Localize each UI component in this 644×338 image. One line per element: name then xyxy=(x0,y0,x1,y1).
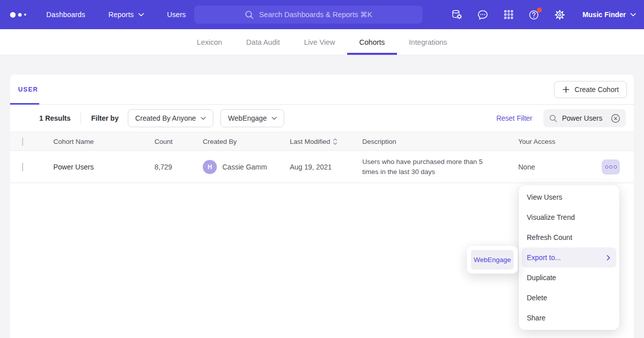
select-all-checkbox[interactable] xyxy=(22,137,23,146)
created-by-name: Cassie Gamm xyxy=(222,163,267,171)
chevron-down-icon xyxy=(201,117,206,120)
help-icon[interactable] xyxy=(528,9,540,21)
tab-data-audit-label: Data Audit xyxy=(246,38,280,46)
tab-lexicon-label: Lexicon xyxy=(197,38,222,46)
menu-item-refresh-count[interactable]: Refresh Count xyxy=(519,227,619,247)
clear-search-icon[interactable] xyxy=(611,114,620,123)
cohort-search-input[interactable] xyxy=(562,114,606,122)
divider xyxy=(80,113,81,124)
reset-filter-link[interactable]: Reset Filter xyxy=(496,114,532,122)
source-filter-dropdown[interactable]: WebEngage xyxy=(220,109,284,127)
created-by-filter-dropdown[interactable]: Created By Anyone xyxy=(128,109,214,127)
submenu-item-webengage[interactable]: WebEngage xyxy=(471,250,514,270)
cohort-name-cell[interactable]: Power Users xyxy=(53,163,154,171)
tab-live-view-label: Live View xyxy=(304,38,335,46)
column-description: Description xyxy=(362,138,518,145)
settings-gear-icon[interactable] xyxy=(554,9,566,21)
menu-item-view-users[interactable]: View Users xyxy=(519,187,619,207)
menu-item-visualize-trend[interactable]: Visualize Trend xyxy=(519,207,619,227)
menu-item-delete[interactable]: Delete xyxy=(519,288,619,308)
apps-grid-icon[interactable] xyxy=(503,9,515,21)
created-by-filter-value: Created By Anyone xyxy=(135,114,196,122)
global-search-placeholder: Search Dashboards & Reports ⌘K xyxy=(259,11,372,19)
cohort-table-header: Cohort Name Count Created By Last Modifi… xyxy=(10,132,634,151)
data-management-icon[interactable] xyxy=(451,9,463,21)
tab-integrations[interactable]: Integrations xyxy=(397,29,459,55)
search-icon xyxy=(549,114,557,123)
chevron-down-icon xyxy=(138,13,144,17)
nav-dashboards[interactable]: Dashboards xyxy=(46,11,86,19)
top-navigation-bar: Dashboards Reports Users Search Dashboar… xyxy=(0,0,644,29)
filter-by-label: Filter by xyxy=(91,114,118,122)
tab-integrations-label: Integrations xyxy=(409,38,447,46)
mixpanel-logo-icon[interactable] xyxy=(10,12,26,18)
column-count: Count xyxy=(154,138,203,145)
cohort-search-box xyxy=(543,109,626,127)
menu-item-duplicate[interactable]: Duplicate xyxy=(519,268,619,288)
column-your-access: Your Access xyxy=(518,138,574,145)
last-modified-cell: Aug 19, 2021 xyxy=(290,163,362,171)
cohort-table-row[interactable]: Power Users 8,729 H Cassie Gamm Aug 19, … xyxy=(10,151,634,183)
search-icon xyxy=(245,10,254,20)
project-name-label: Music Finder xyxy=(583,11,626,19)
row-actions-button[interactable] xyxy=(602,159,620,175)
chevron-down-icon xyxy=(272,117,277,120)
tab-user-cohorts[interactable]: USER xyxy=(10,74,46,104)
cohort-type-tabs: USER Create Cohort xyxy=(10,74,634,105)
your-access-cell: None xyxy=(518,163,574,171)
tab-live-view[interactable]: Live View xyxy=(292,29,347,55)
menu-item-export-to[interactable]: Export to... xyxy=(522,247,616,268)
plus-icon xyxy=(562,86,570,94)
nav-users[interactable]: Users xyxy=(167,11,186,19)
tab-lexicon[interactable]: Lexicon xyxy=(185,29,234,55)
nav-reports-label: Reports xyxy=(109,11,134,19)
nav-reports[interactable]: Reports xyxy=(109,11,144,19)
results-count: 1 Results xyxy=(39,114,70,122)
created-by-cell: H Cassie Gamm xyxy=(203,160,290,174)
primary-nav: Dashboards Reports Users xyxy=(46,11,186,19)
tab-cohorts[interactable]: Cohorts xyxy=(347,29,397,55)
filter-toolbar: 1 Results Filter by Created By Anyone We… xyxy=(10,105,634,132)
global-search-bar[interactable]: Search Dashboards & Reports ⌘K xyxy=(194,6,423,24)
project-selector[interactable]: Music Finder xyxy=(583,11,636,19)
create-cohort-label: Create Cohort xyxy=(575,86,619,94)
nav-dashboards-label: Dashboards xyxy=(46,11,86,19)
help-notification-badge xyxy=(537,8,542,13)
menu-item-share[interactable]: Share xyxy=(519,308,619,328)
export-to-submenu: WebEngage xyxy=(467,246,518,274)
tab-user-label: USER xyxy=(18,86,38,93)
tab-data-audit[interactable]: Data Audit xyxy=(234,29,292,55)
create-cohort-button[interactable]: Create Cohort xyxy=(554,81,627,98)
chevron-right-icon xyxy=(607,255,610,261)
source-filter-value: WebEngage xyxy=(228,114,267,122)
column-cohort-name: Cohort Name xyxy=(53,138,154,145)
chevron-down-icon xyxy=(630,13,636,17)
tab-cohorts-label: Cohorts xyxy=(359,38,385,46)
column-last-modified-label: Last Modified xyxy=(290,138,330,145)
topbar-right-actions: Music Finder xyxy=(451,0,636,29)
feedback-chat-icon[interactable] xyxy=(477,9,489,21)
cohort-count-cell: 8,729 xyxy=(154,163,203,171)
row-checkbox[interactable] xyxy=(22,162,23,172)
sort-icon xyxy=(333,138,337,145)
column-created-by: Created By xyxy=(203,138,290,145)
description-cell: Users who have purchased more than 5 tim… xyxy=(362,157,483,177)
nav-users-label: Users xyxy=(167,11,186,19)
column-last-modified[interactable]: Last Modified xyxy=(290,138,362,145)
data-management-tabs: Lexicon Data Audit Live View Cohorts Int… xyxy=(0,29,644,55)
row-actions-menu: View Users Visualize Trend Refresh Count… xyxy=(519,185,619,330)
avatar: H xyxy=(203,160,217,174)
menu-item-export-to-label: Export to... xyxy=(527,254,561,262)
